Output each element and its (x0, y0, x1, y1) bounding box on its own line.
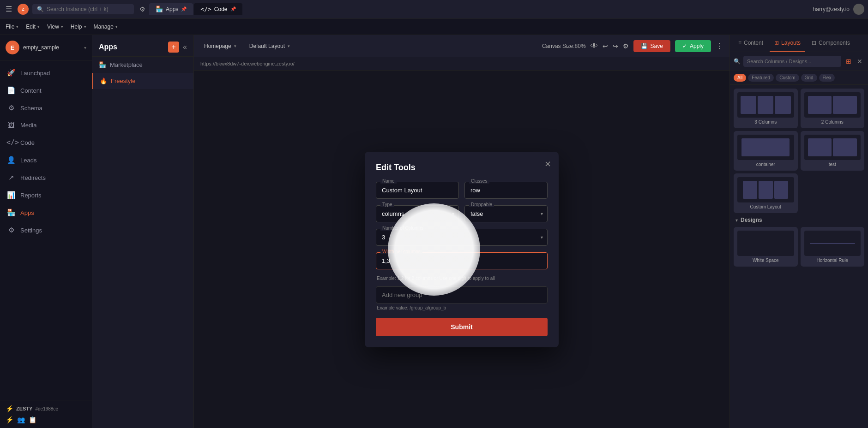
name-input[interactable] (376, 182, 459, 199)
layout-item-container[interactable]: container (734, 131, 798, 171)
filter-featured[interactable]: Featured (748, 74, 774, 82)
tab-layouts[interactable]: ⊞ Layouts (770, 35, 805, 52)
homepage-breadcrumb[interactable]: Homepage ▾ (200, 41, 240, 51)
sidebar-launchpad-label: Launchpad (20, 70, 50, 77)
classes-input[interactable] (464, 182, 548, 199)
layout-item-2col[interactable]: 2 Columns (801, 89, 865, 128)
classes-field-label: Classes (469, 178, 489, 184)
more-icon[interactable]: ⋮ (716, 42, 723, 50)
layout-item-custom[interactable]: Custom Layout (734, 173, 798, 213)
apps-icon: 🏪 (6, 208, 16, 217)
menu-help[interactable]: Help ▾ (71, 24, 86, 30)
undo-icon[interactable]: ↩ (603, 42, 608, 50)
components-tab-label: Components (819, 40, 850, 46)
tab-content[interactable]: ≡ Content (734, 35, 768, 52)
sidebar-item-content[interactable]: 📄 Content (0, 82, 92, 99)
type-select[interactable]: columns (376, 205, 459, 222)
main-layout: E empty_sample ▾ 🚀 Launchpad 📄 Content ⚙… (0, 35, 868, 428)
filter-custom[interactable]: Custom (776, 74, 799, 82)
reports-icon: 📊 (6, 191, 16, 199)
modal-field-num-columns: Number of Columns 3 ▾ (376, 229, 548, 246)
tab-components[interactable]: ⊡ Components (807, 35, 855, 52)
modal-row-type-droppable: Type columns ▾ Droppable false ▾ (376, 205, 548, 222)
menu-view-label: View (47, 24, 59, 30)
sidebar-hash: #de1988ce (35, 406, 58, 411)
search-input[interactable] (47, 6, 121, 12)
filter-flex[interactable]: Flex (819, 74, 835, 82)
droppable-select[interactable]: false (464, 205, 548, 222)
content-panel-item-marketplace[interactable]: 🏪 Marketplace (92, 57, 193, 73)
layout-custom-label: Custom Layout (750, 204, 781, 209)
num-columns-select[interactable]: 3 (376, 229, 548, 246)
save-button[interactable]: 💾 Save (633, 40, 670, 52)
filter-grid[interactable]: Grid (801, 74, 817, 82)
name-field-label: Name (380, 178, 397, 184)
chevron-down-icon-5: ▾ (115, 24, 118, 29)
modal-overlay[interactable]: Edit Tools ✕ Name Classes (194, 71, 729, 428)
tab-code[interactable]: </> Code 📌 (194, 3, 242, 15)
redirects-icon: ↗ (6, 173, 16, 182)
list-view-icon[interactable]: ✕ (855, 56, 864, 67)
sidebar-item-redirects[interactable]: ↗ Redirects (0, 169, 92, 186)
designs-chevron-icon: ▾ (735, 218, 738, 223)
group-input[interactable] (376, 286, 548, 303)
sidebar-item-schema[interactable]: ⚙ Schema (0, 99, 92, 117)
menu-manage[interactable]: Manage ▾ (94, 24, 118, 30)
eye-icon[interactable]: 👁 (591, 42, 598, 50)
user-avatar[interactable] (853, 4, 864, 15)
sidebar-item-launchpad[interactable]: 🚀 Launchpad (0, 64, 92, 82)
right-panel-search: 🔍 ⊞ ✕ (730, 52, 868, 71)
sidebar-item-leads[interactable]: 👤 Leads (0, 151, 92, 169)
sidebar-item-settings[interactable]: ⚙ Settings (0, 221, 92, 239)
content-panel-item-freestyle[interactable]: 🔥 Freestyle (92, 73, 193, 89)
layout-item-3col[interactable]: 3 Columns (734, 89, 798, 128)
filter-icon-btn[interactable]: ⚙ (139, 6, 145, 13)
default-layout-breadcrumb[interactable]: Default Layout ▾ (246, 41, 294, 51)
menu-file[interactable]: File ▾ (6, 24, 18, 30)
sidebar-reports-label: Reports (20, 192, 42, 199)
modal-row-width: Width per columns (376, 252, 548, 269)
layout-item-test[interactable]: test (801, 131, 865, 171)
apply-button[interactable]: ✓ Apply (675, 40, 711, 52)
layout-preview-test (804, 135, 861, 160)
users-icon[interactable]: 👥 (17, 416, 25, 423)
settings-canvas-icon[interactable]: ⚙ (623, 42, 629, 50)
design-item-hrule[interactable]: Horizontal Rule (801, 227, 865, 267)
sidebar-item-apps[interactable]: 🏪 Apps (0, 204, 92, 221)
chevron-down-icon-2: ▾ (37, 24, 40, 29)
designs-section-header[interactable]: ▾ Designs (734, 213, 864, 227)
width-input[interactable] (376, 252, 548, 269)
layout-chevron-icon: ▾ (288, 44, 290, 48)
sidebar-redirects-label: Redirects (20, 174, 46, 181)
power-icon[interactable]: ⚡ (6, 416, 13, 423)
hamburger-icon[interactable]: ☰ (4, 3, 14, 15)
top-bar-right: harry@zesty.io (813, 4, 864, 15)
collapse-icon[interactable]: « (183, 43, 187, 51)
sidebar-user[interactable]: E empty_sample ▾ (0, 35, 92, 60)
components-tab-icon: ⊡ (812, 40, 816, 46)
sidebar-item-reports[interactable]: 📊 Reports (0, 186, 92, 204)
tab-apps[interactable]: 🏪 Apps 📌 (149, 3, 193, 15)
docs-icon[interactable]: 📋 (29, 416, 36, 423)
redo-icon[interactable]: ↪ (613, 42, 618, 50)
sidebar-item-media[interactable]: 🖼 Media (0, 117, 92, 134)
design-item-whitespace[interactable]: White Space (734, 227, 798, 267)
add-button[interactable]: + (168, 42, 179, 53)
right-panel-search-input[interactable] (743, 56, 841, 67)
modal-group-row: Example value: /group_a/group_b (376, 286, 548, 310)
layout-3col-label: 3 Columns (754, 119, 777, 125)
user-avatar-sidebar: E (6, 41, 19, 54)
grid-view-icon[interactable]: ⊞ (844, 56, 853, 67)
pin-icon-2: 📌 (230, 6, 236, 12)
modal-close-button[interactable]: ✕ (544, 159, 551, 169)
search-bar[interactable]: 🔍 (32, 4, 134, 14)
submit-button[interactable]: Submit (376, 318, 548, 336)
filter-all[interactable]: All (734, 74, 746, 82)
content-panel-title: Apps (99, 43, 117, 51)
media-icon: 🖼 (6, 121, 16, 129)
group-hint: Example value: /group_a/group_b (377, 305, 548, 310)
content-tab-icon: ≡ (738, 40, 741, 46)
menu-edit[interactable]: Edit ▾ (26, 24, 40, 30)
sidebar-item-code[interactable]: </> Code (0, 134, 92, 151)
menu-view[interactable]: View ▾ (47, 24, 63, 30)
